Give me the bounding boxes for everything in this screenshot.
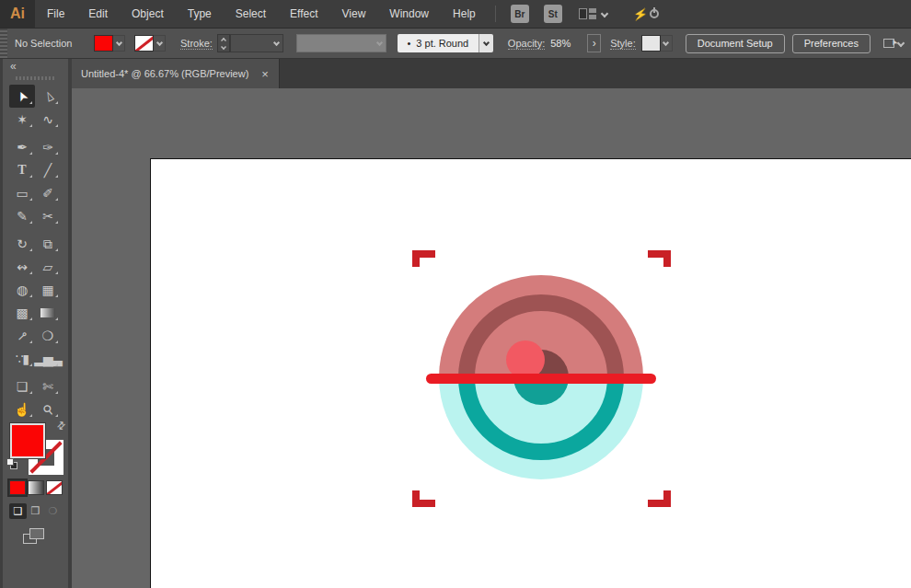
none-button[interactable] <box>46 480 63 495</box>
scale-tool[interactable]: ⧉ <box>35 232 61 255</box>
free-transform-tool[interactable]: ▱ <box>35 255 61 278</box>
symbol-sprayer-tool[interactable]: ∵▮ <box>9 347 35 370</box>
stroke-weight-dropdown[interactable] <box>230 34 283 52</box>
zoom-tool[interactable]: ⚲ <box>35 398 61 421</box>
stroke-color-swatch[interactable] <box>134 35 154 52</box>
stock-icon[interactable]: St <box>544 5 562 23</box>
tools-panel: « ➤▻✶∿✒✑T╱▭✐✎✂↻⧉↭▱◍▦▩⊸❍∵▮▂▅▃❏✄☝⚲ ⇄ ❑❒ <box>0 59 72 588</box>
panel-grip[interactable] <box>0 29 7 58</box>
draw-normal-button[interactable]: ❑ <box>9 503 27 519</box>
type-icon: T <box>17 164 26 177</box>
width-tool[interactable]: ↭ <box>9 255 35 278</box>
perspective-grid-tool[interactable]: ▦ <box>35 278 61 301</box>
opacity-input[interactable]: 58% <box>545 34 587 52</box>
slice-tool[interactable]: ✄ <box>35 375 61 398</box>
rectangle-tool[interactable]: ▭ <box>9 181 35 204</box>
symbol-sprayer-icon: ∵▮ <box>16 352 29 365</box>
draw-behind-button[interactable]: ❒ <box>27 503 44 519</box>
opacity-label[interactable]: Opacity: <box>508 38 545 50</box>
workspace-rows-icon <box>589 8 596 19</box>
stroke-weight-stepper[interactable] <box>217 34 230 52</box>
scissors-tool[interactable]: ✂ <box>35 204 61 227</box>
style-label[interactable]: Style: <box>610 38 636 50</box>
opacity-stepper-button[interactable]: › <box>587 34 601 52</box>
blend-tool[interactable]: ❍ <box>35 324 61 347</box>
brush-definition-dropdown[interactable] <box>479 34 493 52</box>
menu-edit[interactable]: Edit <box>76 0 120 28</box>
line-segment-tool[interactable]: ╱ <box>35 158 61 181</box>
slice-icon: ✄ <box>42 380 53 393</box>
preferences-button[interactable]: Preferences <box>792 34 871 53</box>
brush-bullet-icon: • <box>407 38 410 49</box>
style-swatch[interactable] <box>641 35 661 52</box>
brush-definition-value[interactable]: • 3 pt. Round <box>398 34 479 52</box>
bridge-icon[interactable]: Br <box>511 5 529 23</box>
menu-bar: Ai FileEditObjectTypeSelectEffectViewWin… <box>0 0 911 28</box>
document-tab[interactable]: Untitled-4* @ 66.67% (RGB/Preview) × <box>72 59 280 88</box>
style-dropdown[interactable] <box>661 35 673 52</box>
width-icon: ↭ <box>17 260 28 273</box>
screen-rect-front <box>29 528 44 539</box>
selection-tool[interactable]: ➤ <box>9 85 35 108</box>
fill-indicator[interactable] <box>10 423 45 458</box>
drawing-modes: ❑❒❍ <box>9 503 62 519</box>
swap-fill-stroke-icon[interactable]: ⇄ <box>54 419 69 433</box>
eye-scan-artwork[interactable] <box>396 235 690 529</box>
close-tab-icon[interactable]: × <box>261 68 269 80</box>
stepper-down-icon <box>221 44 226 50</box>
mesh-tool[interactable]: ▩ <box>9 301 35 324</box>
document-setup-button[interactable]: Document Setup <box>686 34 785 53</box>
magic-wand-tool[interactable]: ✶ <box>9 108 35 131</box>
direct-selection-tool[interactable]: ▻ <box>35 85 61 108</box>
pen-icon: ✒ <box>17 141 28 154</box>
pen-tool[interactable]: ✒ <box>9 135 35 158</box>
canvas-area[interactable] <box>72 88 911 588</box>
gradient-button[interactable] <box>28 480 44 495</box>
crop-mark-top-right-icon <box>648 250 671 267</box>
pencil-tool[interactable]: ✎ <box>9 204 35 227</box>
curvature-icon: ✑ <box>42 141 53 154</box>
gradient-tool[interactable] <box>35 301 61 324</box>
paintbrush-tool[interactable]: ✐ <box>35 181 61 204</box>
isolate-selection-icon[interactable] <box>883 39 904 48</box>
menu-effect[interactable]: Effect <box>278 0 329 28</box>
gpu-performance-icon[interactable]: ⚡ <box>632 6 649 21</box>
style-control <box>641 35 673 52</box>
menu-object[interactable]: Object <box>120 0 176 28</box>
menu-file[interactable]: File <box>35 0 76 28</box>
hand-icon: ☝ <box>14 403 29 416</box>
color-button[interactable] <box>9 480 26 495</box>
stroke-weight-label[interactable]: Stroke: <box>180 38 213 50</box>
artboard-tool[interactable]: ❏ <box>9 375 35 398</box>
menu-view[interactable]: View <box>330 0 378 28</box>
fill-color-swatch[interactable] <box>94 35 113 52</box>
hand-tool[interactable]: ☝ <box>9 398 35 421</box>
workspace-switcher-icon[interactable] <box>579 8 607 19</box>
tools-panel-grip[interactable] <box>16 76 54 80</box>
shape-builder-tool[interactable]: ◍ <box>9 278 35 301</box>
crop-mark-bottom-left-icon <box>412 490 435 507</box>
pencil-icon: ✎ <box>17 210 28 223</box>
default-fill-stroke-icon[interactable] <box>6 458 18 470</box>
menu-select[interactable]: Select <box>224 0 278 28</box>
power-icon <box>650 9 659 18</box>
fill-color-dropdown[interactable] <box>113 35 125 52</box>
menu-type[interactable]: Type <box>176 0 224 28</box>
curvature-tool[interactable]: ✑ <box>35 135 61 158</box>
collapse-panel-icon[interactable]: « <box>10 60 17 73</box>
free-transform-icon: ▱ <box>43 260 53 273</box>
change-screen-mode-icon[interactable] <box>23 528 45 545</box>
rotate-tool[interactable]: ↻ <box>9 232 35 255</box>
stroke-color-dropdown[interactable] <box>154 35 166 52</box>
stepper-up-icon <box>221 38 226 43</box>
menu-window[interactable]: Window <box>377 0 441 28</box>
menu-help[interactable]: Help <box>441 0 488 28</box>
column-graph-tool[interactable]: ▂▅▃ <box>35 347 61 370</box>
zoom-icon: ⚲ <box>40 401 56 417</box>
type-tool[interactable]: T <box>9 158 35 181</box>
lasso-tool[interactable]: ∿ <box>35 108 61 131</box>
eyedropper-tool[interactable]: ⊸ <box>9 324 35 347</box>
chevron-down-icon <box>156 39 162 45</box>
document-tab-title: Untitled-4* @ 66.67% (RGB/Preview) <box>81 68 248 79</box>
blend-icon: ❍ <box>42 329 54 342</box>
